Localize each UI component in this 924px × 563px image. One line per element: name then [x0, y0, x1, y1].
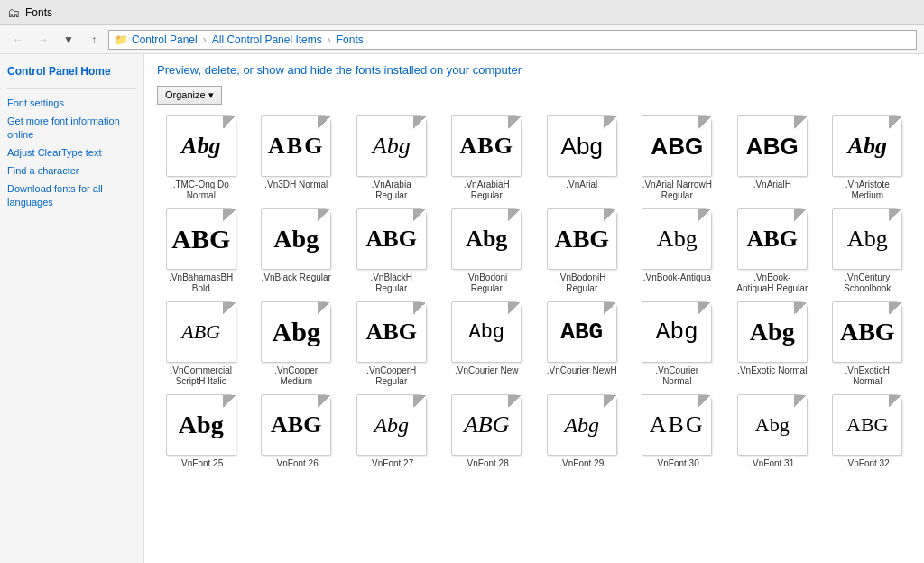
- font-preview-text: Abg: [468, 321, 504, 344]
- font-item[interactable]: ABG.VnArial NarrowH Regular: [633, 115, 722, 201]
- sidebar-download-fonts[interactable]: Download fonts for all languages: [7, 182, 136, 208]
- font-preview-text: ABG: [366, 318, 417, 346]
- font-item[interactable]: Abg.VnFont 31: [728, 394, 817, 469]
- font-item[interactable]: ABG.VnCommercial ScriptH Italic: [157, 301, 245, 387]
- font-icon-fold: [508, 395, 521, 408]
- font-icon-fold: [604, 395, 616, 408]
- font-preview-text: Abg: [657, 226, 698, 253]
- main-layout: Control Panel Home Font settings Get mor…: [0, 54, 924, 563]
- recent-button[interactable]: ▼: [58, 30, 79, 50]
- font-item[interactable]: ABG.VnBlackH Regular: [347, 208, 436, 294]
- font-label: .VnArial: [566, 180, 597, 190]
- font-preview-text: ABG: [747, 226, 798, 253]
- organize-button[interactable]: Organize ▾: [157, 86, 222, 105]
- font-preview-text: ABG: [464, 411, 510, 438]
- font-item[interactable]: Abg.VnCourier New: [443, 301, 531, 387]
- font-item[interactable]: ABG.VnFont 30: [633, 394, 722, 469]
- font-label: .VnArabia Regular: [356, 180, 428, 201]
- toolbar: ← → ▼ ↑ 📁 Control Panel › All Control Pa…: [0, 25, 924, 54]
- font-label: .VnArial NarrowH Regular: [641, 180, 713, 201]
- sidebar: Control Panel Home Font settings Get mor…: [0, 54, 144, 563]
- sidebar-find-character[interactable]: Find a character: [7, 164, 136, 177]
- font-item[interactable]: Abg.VnAristote Medium: [824, 115, 912, 201]
- font-preview-text: ABG: [840, 318, 895, 346]
- font-preview-text: ABG: [268, 133, 324, 160]
- font-item[interactable]: ABG.VnExoticH Normal: [824, 301, 912, 387]
- window-title: Fonts: [25, 6, 52, 19]
- font-preview-text: Abg: [374, 413, 409, 438]
- font-label: .VnFont 25: [179, 458, 223, 469]
- sidebar-more-info[interactable]: Get more font information online: [7, 115, 136, 141]
- font-label: .VnFont 28: [465, 458, 509, 469]
- font-item[interactable]: Abg.VnFont 27: [347, 394, 436, 469]
- font-icon-fold: [413, 116, 426, 129]
- font-item[interactable]: Abg.VnCourier Normal: [633, 301, 722, 387]
- font-preview-text: ABG: [650, 411, 705, 438]
- font-icon-fold: [223, 302, 236, 315]
- font-icon-fold: [508, 116, 521, 129]
- font-item[interactable]: ABG.VnArabiaH Regular: [443, 115, 531, 201]
- address-fonts[interactable]: Fonts: [337, 33, 364, 46]
- font-item[interactable]: ABG.VnFont 32: [824, 394, 912, 469]
- font-label: .VnBlack Regular: [262, 272, 331, 283]
- font-item[interactable]: Abg.TMC-Ong Do Normal: [157, 115, 245, 201]
- font-item[interactable]: Abg.VnCooper Medium: [253, 301, 341, 387]
- font-label: .VnAristote Medium: [831, 180, 903, 201]
- font-icon-fold: [604, 116, 616, 129]
- font-icon-fold: [223, 116, 236, 129]
- font-label: .VnBahamasBH Bold: [165, 272, 237, 294]
- back-button[interactable]: ←: [7, 30, 29, 50]
- font-item[interactable]: ABG.VnBook-AntiquaH Regular: [728, 208, 817, 294]
- font-item[interactable]: Abg.VnExotic Normal: [728, 301, 817, 387]
- font-preview-text: Abg: [750, 318, 795, 346]
- font-preview-text: ABG: [460, 133, 513, 160]
- font-label: .VnBodoniH Regular: [546, 272, 618, 294]
- font-preview-text: Abg: [273, 225, 319, 254]
- font-item[interactable]: ABG.VnFont 28: [443, 394, 531, 469]
- font-icon-fold: [889, 395, 901, 408]
- font-preview-text: ABG: [271, 411, 321, 438]
- sidebar-home-link[interactable]: Control Panel Home: [7, 65, 136, 78]
- font-preview-text: Abg: [466, 226, 507, 253]
- font-preview-text: Abg: [656, 318, 698, 346]
- font-preview-text: Abg: [564, 413, 599, 438]
- font-icon-fold: [604, 209, 616, 222]
- font-label: .VnCooper Medium: [260, 365, 332, 387]
- font-item[interactable]: Abg.VnArabia Regular: [347, 115, 436, 201]
- font-preview-text: Abg: [847, 226, 888, 253]
- font-preview-text: Abg: [755, 413, 790, 437]
- address-icon: 📁: [115, 33, 128, 46]
- content-subtitle: Preview, delete, or show and hide the fo…: [157, 63, 911, 77]
- font-preview-text: Abg: [181, 133, 220, 160]
- font-item[interactable]: Abg.VnCentury Schoolbook: [824, 208, 912, 294]
- font-preview-text: Abg: [273, 317, 320, 347]
- sidebar-font-settings[interactable]: Font settings: [7, 97, 136, 109]
- forward-button[interactable]: →: [32, 30, 54, 50]
- font-item[interactable]: ABG.Vn3DH Normal: [253, 115, 341, 201]
- font-label: .VnBook-Antiqua: [643, 272, 711, 283]
- font-item[interactable]: ABG.VnBahamasBH Bold: [157, 208, 245, 294]
- font-item[interactable]: Abg.VnFont 29: [538, 394, 626, 469]
- address-control-panel[interactable]: Control Panel: [132, 33, 198, 46]
- font-item[interactable]: Abg.VnBodoni Regular: [443, 208, 531, 294]
- font-preview-text: ABG: [560, 318, 603, 346]
- font-item[interactable]: Abg.VnBlack Regular: [253, 208, 341, 294]
- font-icon-fold: [889, 302, 901, 315]
- font-item[interactable]: ABG.VnBodoniH Regular: [538, 208, 626, 294]
- font-item[interactable]: Abg.VnFont 25: [157, 394, 245, 469]
- up-button[interactable]: ↑: [83, 30, 105, 50]
- font-item[interactable]: ABG.VnFont 26: [253, 394, 341, 469]
- font-icon-fold: [794, 302, 807, 315]
- address-all-items[interactable]: All Control Panel Items: [212, 33, 322, 46]
- font-item[interactable]: ABG.VnCourier NewH: [538, 301, 626, 387]
- font-item[interactable]: ABG.VnCooperH Regular: [347, 301, 436, 387]
- font-grid: Abg.TMC-Ong Do NormalABG.Vn3DH NormalAbg…: [157, 115, 911, 469]
- font-preview-text: Abg: [179, 411, 224, 439]
- organize-bar: Organize ▾: [157, 86, 911, 105]
- font-item[interactable]: Abg.VnBook-Antiqua: [633, 208, 722, 294]
- font-icon-fold: [698, 302, 711, 315]
- font-item[interactable]: ABG.VnArialH: [728, 115, 817, 201]
- sidebar-cleartype[interactable]: Adjust ClearType text: [7, 146, 136, 159]
- font-label: .VnFont 27: [369, 458, 413, 469]
- font-item[interactable]: Abg.VnArial: [538, 115, 626, 201]
